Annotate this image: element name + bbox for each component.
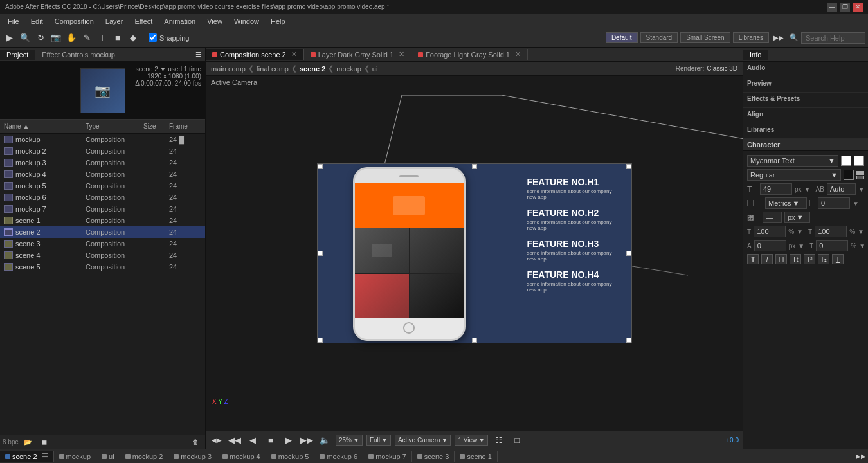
list-item[interactable]: scene 1 Composition 24 [0, 215, 205, 226]
menu-animation[interactable]: Animation [159, 16, 201, 26]
color-opt2[interactable] [856, 176, 864, 179]
scale-h-down[interactable]: ▼ [797, 228, 803, 235]
handle-mr[interactable] [626, 251, 631, 256]
tab-info[interactable]: Info [743, 50, 768, 60]
baseline-down[interactable]: ▼ [798, 242, 804, 250]
new-comp-button[interactable]: ◼ [37, 435, 51, 449]
tool-pen[interactable]: ✎ [80, 31, 94, 45]
format-caps[interactable]: TT [775, 254, 787, 264]
delete-button[interactable]: 🗑 [188, 435, 203, 449]
workspace-default[interactable]: Default [606, 32, 638, 43]
handle-bm[interactable] [472, 338, 477, 343]
vc-play-next[interactable]: ▶▶ [300, 433, 314, 448]
new-folder-button[interactable]: 📂 [21, 435, 35, 449]
list-item[interactable]: mockup 4 Composition 24 [0, 168, 205, 180]
menu-help[interactable]: Help [266, 16, 291, 26]
format-sub[interactable]: T₂ [818, 254, 829, 264]
list-item[interactable]: mockup 7 Composition 24 [0, 203, 205, 215]
color-opt1[interactable] [856, 171, 864, 175]
workspace-libraries[interactable]: Libraries [733, 32, 769, 43]
comp-tab-close[interactable]: ✕ [399, 50, 404, 59]
tsf-input[interactable] [816, 240, 848, 251]
list-item[interactable]: scene 2 Composition 24 [0, 226, 205, 238]
tl-tab-menu[interactable]: ☰ [42, 452, 48, 460]
breadcrumb-mockup[interactable]: mockup [336, 65, 361, 73]
handle-bl[interactable] [318, 338, 323, 343]
tl-tab-ui[interactable]: ui [96, 451, 120, 462]
list-item[interactable]: scene 4 Composition 24 [0, 250, 205, 261]
eyedropper-tool[interactable] [841, 156, 851, 166]
tl-tab-mockup[interactable]: mockup [54, 451, 97, 462]
tl-tab-scene3[interactable]: scene 3 [412, 451, 455, 462]
format-super[interactable]: T² [804, 254, 815, 264]
menu-window[interactable]: Window [229, 16, 264, 26]
tracking-dropdown[interactable]: Metrics ▼ [765, 197, 807, 209]
tl-tab-mockup2[interactable]: mockup 2 [120, 451, 169, 462]
comp-tab-layer[interactable]: Layer Dark Gray Solid 1 ✕ [304, 49, 411, 60]
workspace-more[interactable]: ▶▶ [772, 31, 786, 45]
preview-title[interactable]: Preview [747, 80, 864, 87]
font-dropdown[interactable]: Myanmar Text ▼ [747, 155, 838, 167]
vc-stop[interactable]: ■ [264, 433, 278, 448]
handle-ml[interactable] [318, 251, 323, 256]
close-button[interactable]: ✕ [853, 3, 863, 12]
breadcrumb-main-comp[interactable]: main comp [211, 65, 246, 73]
tl-tab-mockup3[interactable]: mockup 3 [168, 451, 217, 462]
vc-step-prev[interactable]: ◀ [246, 433, 260, 448]
tab-project[interactable]: Project [0, 50, 35, 60]
workspace-small-screen[interactable]: Small Screen [680, 32, 730, 43]
snapping-checkbox[interactable] [149, 33, 157, 42]
minimize-button[interactable]: — [827, 3, 837, 12]
tool-pan[interactable]: ✋ [64, 31, 78, 45]
list-item[interactable]: scene 5 Composition 24 [0, 261, 205, 273]
tl-tab-mockup5[interactable]: mockup 5 [266, 451, 315, 462]
leading-unit-dropdown[interactable]: px ▼ [784, 212, 810, 223]
tool-zoom[interactable]: 🔍 [18, 31, 32, 45]
format-smallcaps[interactable]: Tt [790, 254, 801, 264]
comp-tab-footage[interactable]: Footage Light Gray Solid 1 ✕ [411, 49, 528, 60]
vc-play-prev[interactable]: ◀◀ [228, 433, 242, 448]
col-header-size[interactable]: Size [143, 123, 169, 130]
format-italic[interactable]: T [761, 254, 773, 264]
menu-file[interactable]: File [3, 16, 24, 26]
format-under[interactable]: T [832, 254, 844, 264]
menu-view[interactable]: View [202, 16, 228, 26]
format-bold[interactable]: T [747, 254, 759, 264]
scale-h-input[interactable] [754, 226, 786, 237]
libraries-title[interactable]: Libraries [747, 126, 864, 133]
search-input[interactable] [801, 32, 865, 44]
tl-tab-mockup7[interactable]: mockup 7 [363, 451, 412, 462]
comp-tab-close[interactable]: ✕ [515, 50, 521, 59]
tl-tab-mockup4[interactable]: mockup 4 [217, 451, 266, 462]
tl-tab-scene2[interactable]: scene 2 ☰ [0, 451, 54, 462]
tool-rotation[interactable]: ↻ [33, 31, 48, 45]
leading-input[interactable] [763, 212, 782, 223]
handle-tr[interactable] [626, 164, 631, 169]
breadcrumb-ui[interactable]: ui [372, 65, 378, 73]
baseline-input[interactable] [754, 240, 786, 251]
menu-edit[interactable]: Edit [26, 16, 48, 26]
tab-effect-controls[interactable]: Effect Controls mockup [35, 50, 122, 60]
tl-tab-mockup6[interactable]: mockup 6 [314, 451, 363, 462]
tracking-down[interactable]: ▼ [853, 200, 859, 207]
panel-menu[interactable]: ☰ [191, 48, 205, 62]
fill-swatch[interactable] [854, 156, 864, 166]
maximize-button[interactable]: ❐ [840, 3, 850, 12]
tracking-value-input[interactable] [818, 197, 850, 209]
vc-loop[interactable]: ◀▶ [210, 433, 224, 448]
handle-tm[interactable] [472, 164, 477, 169]
menu-composition[interactable]: Composition [50, 16, 99, 26]
size-down[interactable]: ▼ [804, 186, 811, 193]
audio-title[interactable]: Audio [747, 64, 864, 71]
kerning-input[interactable] [827, 183, 856, 195]
kerning-down[interactable]: ▼ [858, 186, 865, 193]
tool-select[interactable]: ▶ [3, 31, 17, 45]
vc-grid[interactable]: ☷ [492, 433, 506, 448]
vc-resolution[interactable]: Full ▼ [366, 435, 391, 446]
scale-v-down[interactable]: ▼ [858, 228, 864, 235]
stroke-swatch[interactable] [844, 170, 854, 180]
vc-audio[interactable]: 🔈 [318, 433, 332, 448]
tl-tabs-more[interactable]: ▶▶ [854, 449, 868, 463]
vc-camera[interactable]: Active Camera ▼ [395, 435, 451, 446]
scale-v-input[interactable] [815, 226, 847, 237]
